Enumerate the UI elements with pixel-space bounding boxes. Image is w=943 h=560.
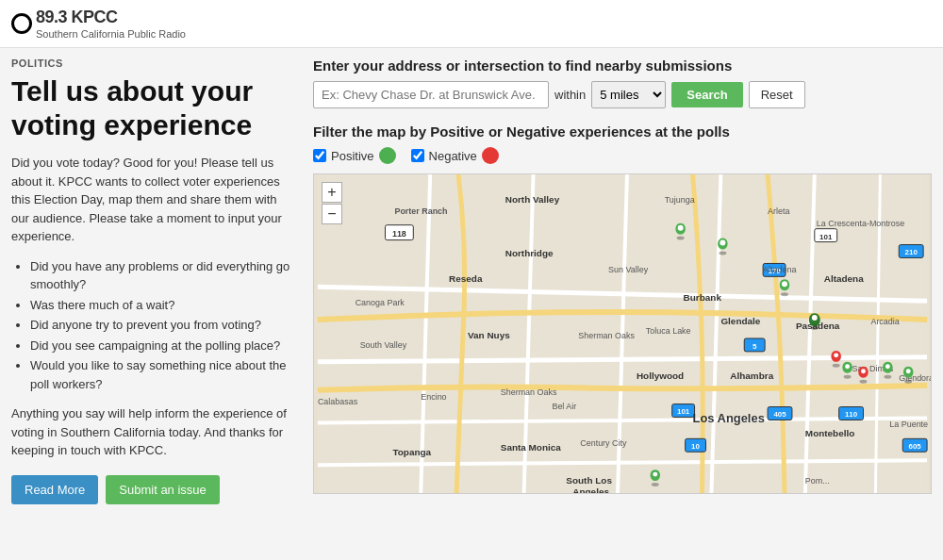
main-content: POLITICS Tell us about your voting exper…	[0, 48, 943, 514]
zoom-controls: + −	[322, 182, 342, 224]
svg-text:Toluca Lake: Toluca Lake	[646, 326, 691, 336]
svg-text:110: 110	[845, 410, 858, 419]
svg-text:101: 101	[677, 407, 690, 416]
submit-issue-button[interactable]: Submit an issue	[106, 475, 220, 504]
svg-text:Montebello: Montebello	[805, 428, 854, 438]
svg-point-86	[653, 472, 657, 477]
within-label: within	[554, 88, 586, 102]
svg-point-83	[904, 380, 912, 384]
svg-text:Porter Ranch: Porter Ranch	[394, 206, 447, 216]
svg-text:La Crescenta-Montrose: La Crescenta-Montrose	[817, 219, 904, 228]
svg-text:Encino: Encino	[421, 392, 446, 402]
site-header: 89.3 KPCC Southern California Public Rad…	[0, 0, 943, 48]
svg-point-81	[884, 375, 891, 379]
zoom-in-button[interactable]: +	[322, 182, 342, 203]
svg-text:La Puente: La Puente	[889, 420, 928, 429]
svg-text:Sherman Oaks: Sherman Oaks	[501, 387, 557, 397]
svg-text:Hollywood: Hollywood	[637, 371, 684, 381]
svg-text:Sun Valley: Sun Valley	[608, 265, 649, 274]
svg-text:Pom...: Pom...	[805, 476, 830, 486]
logo-circle-icon	[11, 13, 32, 34]
read-more-button[interactable]: Read More	[11, 475, 98, 504]
positive-checkbox[interactable]	[313, 149, 326, 162]
svg-text:Santa Monica: Santa Monica	[501, 442, 562, 453]
address-input[interactable]	[313, 81, 549, 108]
svg-text:Sherman Oaks: Sherman Oaks	[578, 331, 635, 340]
filter-row: Positive Negative	[313, 147, 932, 164]
address-label: Enter your address or intersection to fi…	[313, 58, 932, 74]
svg-text:Glendora: Glendora	[899, 373, 931, 383]
svg-text:5: 5	[753, 342, 757, 351]
svg-text:Glendale: Glendale	[720, 316, 760, 326]
svg-text:South Los: South Los	[566, 475, 612, 486]
reset-button[interactable]: Reset	[749, 81, 805, 108]
negative-checkbox[interactable]	[411, 149, 424, 162]
positive-dot-icon	[379, 147, 396, 164]
logo[interactable]: 89.3 KPCC Southern California Public Rad…	[11, 8, 186, 40]
section-label: POLITICS	[11, 58, 294, 69]
svg-point-74	[812, 315, 818, 321]
svg-text:101: 101	[819, 233, 833, 241]
svg-point-79	[860, 380, 868, 384]
svg-point-71	[781, 292, 788, 296]
svg-text:10: 10	[691, 442, 700, 451]
svg-text:118: 118	[392, 229, 406, 239]
negative-label: Negative	[429, 149, 477, 163]
positive-filter[interactable]: Positive	[313, 147, 396, 164]
svg-text:Arleta: Arleta	[768, 206, 789, 216]
intro-text: Did you vote today? Good for you! Please…	[11, 154, 294, 246]
logo-subtitle: Southern California Public Radio	[36, 28, 186, 40]
svg-point-84	[906, 369, 911, 373]
logo-text: 89.3 KPCC	[36, 8, 118, 26]
svg-text:Arcadia: Arcadia	[870, 317, 899, 326]
svg-text:210: 210	[905, 248, 918, 256]
svg-text:605: 605	[909, 442, 922, 451]
map-container: + −	[313, 173, 932, 494]
svg-point-69	[719, 252, 726, 255]
svg-text:Van Nuys: Van Nuys	[468, 330, 510, 340]
zoom-out-button[interactable]: −	[322, 204, 342, 224]
svg-point-67	[677, 237, 685, 240]
svg-point-73	[811, 326, 819, 330]
svg-text:Topanga: Topanga	[392, 447, 431, 457]
negative-filter[interactable]: Negative	[411, 147, 499, 164]
svg-point-78	[845, 364, 850, 369]
logo-text-group: 89.3 KPCC Southern California Public Rad…	[36, 8, 186, 40]
bullet-item: Would you like to say something nice abo…	[30, 356, 294, 393]
map-svg: 118 101 210 170 5 101 405	[314, 174, 931, 493]
right-panel: Enter your address or intersection to fi…	[313, 58, 932, 504]
svg-text:Angeles: Angeles	[572, 486, 609, 493]
svg-text:Burbank: Burbank	[684, 292, 722, 303]
svg-text:North Valley: North Valley	[505, 194, 560, 205]
svg-text:Canoga Park: Canoga Park	[356, 298, 405, 307]
bullet-item: Did anyone try to prevent you from votin…	[30, 316, 294, 335]
svg-point-80	[861, 369, 866, 373]
svg-text:Bel Air: Bel Air	[552, 402, 576, 411]
svg-text:Altadena: Altadena	[763, 265, 796, 274]
svg-point-82	[885, 364, 890, 369]
svg-point-77	[844, 375, 852, 379]
page-title: Tell us about your voting experience	[11, 74, 294, 142]
svg-point-75	[833, 364, 840, 368]
svg-point-68	[678, 225, 684, 231]
svg-point-85	[652, 483, 659, 486]
svg-text:405: 405	[773, 410, 786, 419]
svg-point-72	[782, 281, 787, 287]
svg-text:Alhambra: Alhambra	[730, 371, 773, 381]
svg-text:Los Angeles: Los Angeles	[693, 411, 765, 425]
svg-point-76	[834, 353, 838, 357]
search-button[interactable]: Search	[671, 82, 742, 107]
svg-text:South Valley: South Valley	[360, 340, 407, 350]
bullet-item: Did you see campaigning at the polling p…	[30, 337, 294, 355]
action-buttons: Read More Submit an issue	[11, 475, 294, 504]
left-panel: POLITICS Tell us about your voting exper…	[11, 58, 313, 504]
bullet-item: Was there much of a wait?	[30, 296, 294, 315]
search-row: within 5 miles 10 miles 15 miles 20 mile…	[313, 81, 932, 108]
footer-text: Anything you say will help inform the ex…	[11, 404, 294, 460]
positive-label: Positive	[331, 149, 374, 163]
bullet-list: Did you have any problems or did everyth…	[11, 257, 294, 394]
svg-point-70	[720, 240, 725, 246]
miles-select[interactable]: 5 miles 10 miles 15 miles 20 miles	[591, 81, 666, 108]
svg-text:Calabasas: Calabasas	[318, 397, 358, 406]
svg-text:Reseda: Reseda	[449, 273, 483, 284]
